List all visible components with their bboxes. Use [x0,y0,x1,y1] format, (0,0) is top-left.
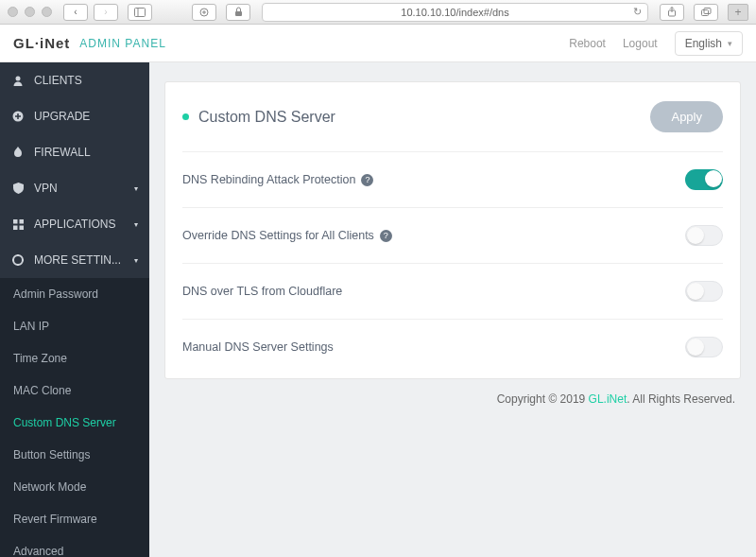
help-icon[interactable]: ? [361,174,373,186]
minimize-window-button[interactable] [25,7,35,17]
sub-button-settings[interactable]: Button Settings [0,439,149,471]
sidebar-item-clients[interactable]: CLIENTS [0,62,149,98]
url-bar[interactable]: 10.10.10.10/index#/dns ↻ [262,3,648,22]
app-root: GL·iNet ADMIN PANEL Reboot Logout Englis… [0,25,756,557]
chevron-down-icon: ▾ [134,184,138,193]
back-button[interactable]: ‹ [63,4,88,21]
clients-icon [11,75,25,86]
sidebar-item-firewall[interactable]: FIREWALL [0,134,149,170]
more-settings-submenu: Admin Password LAN IP Time Zone MAC Clon… [0,278,149,557]
privacy-button[interactable] [226,4,250,21]
language-value: English [685,37,722,50]
window-controls [8,7,52,17]
gear-icon [11,254,25,266]
footer: Copyright © 2019 GL.iNet. All Rights Res… [164,379,741,419]
reload-icon[interactable]: ↻ [633,6,642,18]
brand-prefix: GL [13,35,35,51]
tabs-button[interactable] [694,4,718,21]
sidebar-item-label: FIREWALL [34,146,91,159]
toggle-dns-rebinding[interactable] [685,169,723,190]
setting-label: Manual DNS Server Settings [182,340,334,354]
sidebar-item-label: MORE SETTIN... [34,253,121,267]
sub-network-mode[interactable]: Network Mode [0,471,149,503]
share-icon [667,7,677,17]
svg-rect-9 [704,8,711,13]
sidebar-item-upgrade[interactable]: UPGRADE [0,98,149,134]
sub-mac-clone[interactable]: MAC Clone [0,374,149,407]
card-header: Custom DNS Server Apply [165,82,740,146]
upgrade-icon [11,111,25,122]
sidebar-item-label: UPGRADE [34,110,90,123]
svg-point-19 [16,258,20,262]
sub-advanced[interactable]: Advanced [0,535,149,557]
language-select[interactable]: English ▾ [675,31,743,56]
topnav-right: Reboot Logout English ▾ [569,31,743,56]
toggle-manual-dns[interactable] [685,337,723,357]
toggle-override-dns[interactable] [685,225,723,246]
svg-rect-15 [19,219,24,224]
sub-custom-dns[interactable]: Custom DNS Server [0,407,149,439]
sidebar-item-label: APPLICATIONS [34,218,115,231]
sidebar-item-vpn[interactable]: VPN ▾ [0,170,149,206]
status-dot-icon [182,113,189,120]
sidebar-item-more-settings[interactable]: MORE SETTIN... ▾ [0,242,149,278]
applications-icon [11,219,25,230]
sub-revert-firmware[interactable]: Revert Firmware [0,503,149,535]
help-icon[interactable]: ? [380,230,392,242]
close-window-button[interactable] [8,7,18,17]
sub-time-zone[interactable]: Time Zone [0,342,149,374]
svg-rect-16 [13,225,18,230]
setting-dns-over-tls: DNS over TLS from Cloudflare [182,263,723,319]
setting-override-dns: Override DNS Settings for All Clients ? [182,207,723,263]
setting-label: Override DNS Settings for All Clients [182,229,374,242]
footer-brand-link[interactable]: GL.iNet [589,392,627,406]
setting-manual-dns: Manual DNS Server Settings [182,319,723,374]
apply-button[interactable]: Apply [650,101,723,132]
sub-admin-password[interactable]: Admin Password [0,278,149,310]
sidebar: CLIENTS UPGRADE FIREWALL VPN ▾ APPLICATI… [0,62,149,557]
main-content: Custom DNS Server Apply DNS Rebinding At… [149,62,756,557]
svg-rect-8 [701,9,708,15]
card-body: DNS Rebinding Attack Protection ? Overri… [165,151,740,378]
sidebar-button[interactable] [128,4,152,21]
reboot-link[interactable]: Reboot [569,37,606,50]
browser-toolbar: ‹ › 10.10.10.10/index#/dns ↻ + [0,0,756,25]
sidebar-icon [134,8,146,17]
new-tab-button[interactable]: + [728,4,748,21]
copyright-suffix: . All Rights Reserved. [627,392,735,406]
svg-rect-14 [13,219,18,224]
svg-point-10 [16,77,21,81]
copyright-prefix: Copyright © 2019 [497,392,589,406]
setting-label: DNS over TLS from Cloudflare [182,285,342,298]
lock-icon [234,7,243,17]
setting-label: DNS Rebinding Attack Protection [182,173,355,186]
sub-lan-ip[interactable]: LAN IP [0,310,149,342]
vpn-icon [11,183,25,194]
firewall-icon [11,147,25,159]
brand-logo: GL·iNet [13,35,70,51]
zoom-window-button[interactable] [42,7,52,17]
reader-icon [199,8,209,17]
logout-link[interactable]: Logout [623,37,658,50]
svg-rect-0 [135,8,146,16]
forward-button[interactable]: › [94,4,118,21]
top-nav: GL·iNet ADMIN PANEL Reboot Logout Englis… [0,25,756,62]
chevron-down-icon: ▾ [134,220,138,229]
toggle-dns-over-tls[interactable] [685,281,723,302]
tabs-icon [701,8,712,17]
card-title: Custom DNS Server [198,109,335,126]
admin-panel-label: ADMIN PANEL [79,37,165,50]
share-button[interactable] [660,4,684,21]
brand-suffix: iNet [40,35,70,51]
dns-settings-card: Custom DNS Server Apply DNS Rebinding At… [164,81,741,379]
sidebar-item-applications[interactable]: APPLICATIONS ▾ [0,206,149,242]
chevron-down-icon: ▾ [728,39,732,48]
url-text: 10.10.10.10/index#/dns [401,7,508,18]
sidebar-item-label: CLIENTS [34,74,82,87]
sidebar-item-label: VPN [34,182,58,195]
reader-button[interactable] [192,4,216,21]
svg-rect-17 [19,225,24,230]
svg-rect-5 [235,11,242,16]
chevron-down-icon: ▾ [134,256,138,265]
setting-dns-rebinding: DNS Rebinding Attack Protection ? [182,151,723,207]
